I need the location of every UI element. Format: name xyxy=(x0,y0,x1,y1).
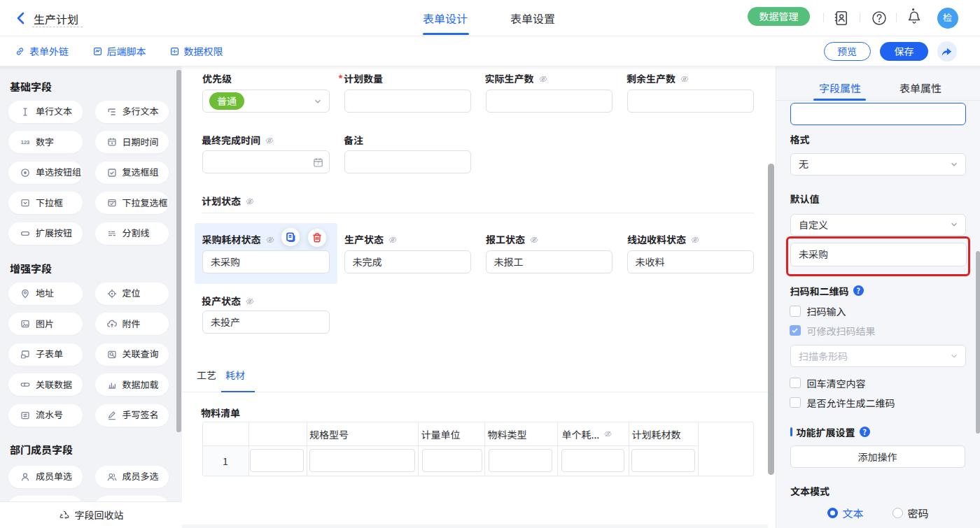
svg-text:123: 123 xyxy=(21,139,30,145)
svg-text:7: 7 xyxy=(316,161,319,166)
